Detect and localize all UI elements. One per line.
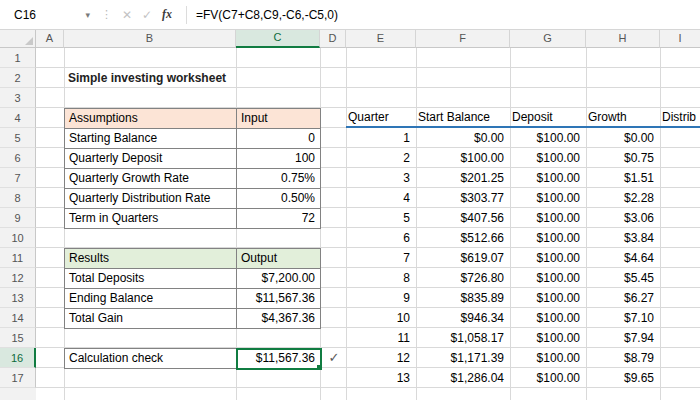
quarter-cell[interactable]: 4 bbox=[346, 188, 416, 208]
assumption-value-cell[interactable]: 0 bbox=[237, 129, 321, 149]
selected-cell-c16[interactable]: $11,567.36 bbox=[237, 349, 321, 369]
deposit-header-cell[interactable]: Deposit bbox=[510, 108, 586, 128]
distribution-cell[interactable] bbox=[660, 288, 700, 308]
row-number[interactable]: 6 bbox=[0, 148, 36, 168]
row-number[interactable]: 8 bbox=[0, 188, 36, 208]
start-balance-cell[interactable]: $835.89 bbox=[416, 288, 510, 308]
row-number[interactable]: 10 bbox=[0, 228, 36, 248]
cancel-icon[interactable]: ✕ bbox=[117, 8, 137, 22]
distribution-cell[interactable] bbox=[660, 268, 700, 288]
result-value-cell[interactable]: $11,567.36 bbox=[237, 289, 321, 309]
growth-cell[interactable]: $1.51 bbox=[586, 168, 660, 188]
start-balance-cell[interactable]: $726.80 bbox=[416, 268, 510, 288]
quarter-cell[interactable]: 7 bbox=[346, 248, 416, 268]
assumption-label-cell[interactable]: Quarterly Distribution Rate bbox=[65, 189, 237, 209]
quarter-cell[interactable]: 8 bbox=[346, 268, 416, 288]
growth-cell[interactable]: $6.27 bbox=[586, 288, 660, 308]
distribution-cell[interactable] bbox=[660, 168, 700, 188]
growth-cell[interactable]: $7.94 bbox=[586, 328, 660, 348]
distribution-header-cell[interactable]: Distrib bbox=[660, 108, 700, 128]
results-header-cell[interactable]: Results bbox=[65, 249, 237, 269]
growth-cell[interactable]: $0.75 bbox=[586, 148, 660, 168]
quarter-cell[interactable]: 11 bbox=[346, 328, 416, 348]
assumption-label-cell[interactable]: Starting Balance bbox=[65, 129, 237, 149]
quarter-cell[interactable]: 3 bbox=[346, 168, 416, 188]
start-balance-cell[interactable]: $619.07 bbox=[416, 248, 510, 268]
growth-cell[interactable]: $5.45 bbox=[586, 268, 660, 288]
quarter-cell[interactable]: 6 bbox=[346, 228, 416, 248]
row-number[interactable]: 17 bbox=[0, 368, 36, 388]
assumption-value-cell[interactable]: 0.50% bbox=[237, 189, 321, 209]
row-number[interactable]: 5 bbox=[0, 128, 36, 148]
assumption-value-cell[interactable]: 0.75% bbox=[237, 169, 321, 189]
check-mark-cell[interactable]: ✓ bbox=[322, 348, 346, 368]
start-balance-cell[interactable]: $303.77 bbox=[416, 188, 510, 208]
quarter-cell[interactable]: 9 bbox=[346, 288, 416, 308]
deposit-cell[interactable]: $100.00 bbox=[510, 368, 586, 388]
distribution-cell[interactable] bbox=[660, 208, 700, 228]
row-number[interactable]: 13 bbox=[0, 288, 36, 308]
distribution-cell[interactable] bbox=[660, 128, 700, 148]
name-box[interactable]: C16 ▾ bbox=[8, 4, 96, 26]
deposit-cell[interactable]: $100.00 bbox=[510, 308, 586, 328]
deposit-cell[interactable]: $100.00 bbox=[510, 208, 586, 228]
start-balance-cell[interactable]: $0.00 bbox=[416, 128, 510, 148]
column-header[interactable]: D bbox=[320, 30, 346, 48]
start-balance-cell[interactable]: $201.25 bbox=[416, 168, 510, 188]
quarter-cell[interactable]: 1 bbox=[346, 128, 416, 148]
row-number[interactable]: 16 bbox=[0, 348, 36, 368]
quarter-cell[interactable]: 12 bbox=[346, 348, 416, 368]
distribution-cell[interactable] bbox=[660, 188, 700, 208]
distribution-cell[interactable] bbox=[660, 248, 700, 268]
start-balance-cell[interactable]: $1,286.04 bbox=[416, 368, 510, 388]
result-label-cell[interactable]: Ending Balance bbox=[65, 289, 237, 309]
column-header[interactable]: A bbox=[36, 30, 64, 48]
distribution-cell[interactable] bbox=[660, 368, 700, 388]
start-balance-cell[interactable]: $946.34 bbox=[416, 308, 510, 328]
row-number[interactable]: 12 bbox=[0, 268, 36, 288]
quarter-cell[interactable]: 5 bbox=[346, 208, 416, 228]
deposit-cell[interactable]: $100.00 bbox=[510, 228, 586, 248]
deposit-cell[interactable]: $100.00 bbox=[510, 148, 586, 168]
row-number[interactable]: 14 bbox=[0, 308, 36, 328]
distribution-cell[interactable] bbox=[660, 308, 700, 328]
column-header[interactable]: C bbox=[236, 30, 320, 48]
formula-bar-splitter-icon[interactable]: ⋮ bbox=[101, 8, 112, 21]
assumption-label-cell[interactable]: Term in Quarters bbox=[65, 209, 237, 229]
growth-cell[interactable]: $3.06 bbox=[586, 208, 660, 228]
start-balance-cell[interactable]: $1,058.17 bbox=[416, 328, 510, 348]
distribution-cell[interactable] bbox=[660, 148, 700, 168]
result-label-cell[interactable]: Total Deposits bbox=[65, 269, 237, 289]
growth-cell[interactable]: $7.10 bbox=[586, 308, 660, 328]
column-header[interactable]: H bbox=[586, 30, 660, 48]
growth-cell[interactable]: $9.65 bbox=[586, 368, 660, 388]
row-number[interactable]: 3 bbox=[0, 88, 36, 108]
input-header-cell[interactable]: Input bbox=[237, 109, 321, 129]
row-number[interactable]: 15 bbox=[0, 328, 36, 348]
distribution-cell[interactable] bbox=[660, 348, 700, 368]
formula-input[interactable]: =FV(C7+C8,C9,-C6,-C5,0) bbox=[196, 8, 338, 22]
result-label-cell[interactable]: Total Gain bbox=[65, 309, 237, 329]
distribution-cell[interactable] bbox=[660, 228, 700, 248]
start-balance-cell[interactable]: $100.00 bbox=[416, 148, 510, 168]
assumptions-header-cell[interactable]: Assumptions bbox=[65, 109, 237, 129]
quarter-cell[interactable]: 2 bbox=[346, 148, 416, 168]
row-number[interactable]: 4 bbox=[0, 108, 36, 128]
row-number[interactable]: 9 bbox=[0, 208, 36, 228]
result-value-cell[interactable]: $4,367.36 bbox=[237, 309, 321, 329]
start-balance-header-cell[interactable]: Start Balance bbox=[416, 108, 510, 128]
growth-header-cell[interactable]: Growth bbox=[586, 108, 660, 128]
growth-cell[interactable]: $3.84 bbox=[586, 228, 660, 248]
column-header[interactable]: E bbox=[346, 30, 416, 48]
quarter-header-cell[interactable]: Quarter bbox=[346, 108, 416, 128]
select-all-corner[interactable] bbox=[0, 30, 36, 48]
row-number[interactable]: 1 bbox=[0, 48, 36, 68]
growth-cell[interactable]: $0.00 bbox=[586, 128, 660, 148]
growth-cell[interactable]: $4.64 bbox=[586, 248, 660, 268]
distribution-cell[interactable] bbox=[660, 328, 700, 348]
start-balance-cell[interactable]: $407.56 bbox=[416, 208, 510, 228]
deposit-cell[interactable]: $100.00 bbox=[510, 328, 586, 348]
output-header-cell[interactable]: Output bbox=[237, 249, 321, 269]
deposit-cell[interactable]: $100.00 bbox=[510, 188, 586, 208]
growth-cell[interactable]: $2.28 bbox=[586, 188, 660, 208]
